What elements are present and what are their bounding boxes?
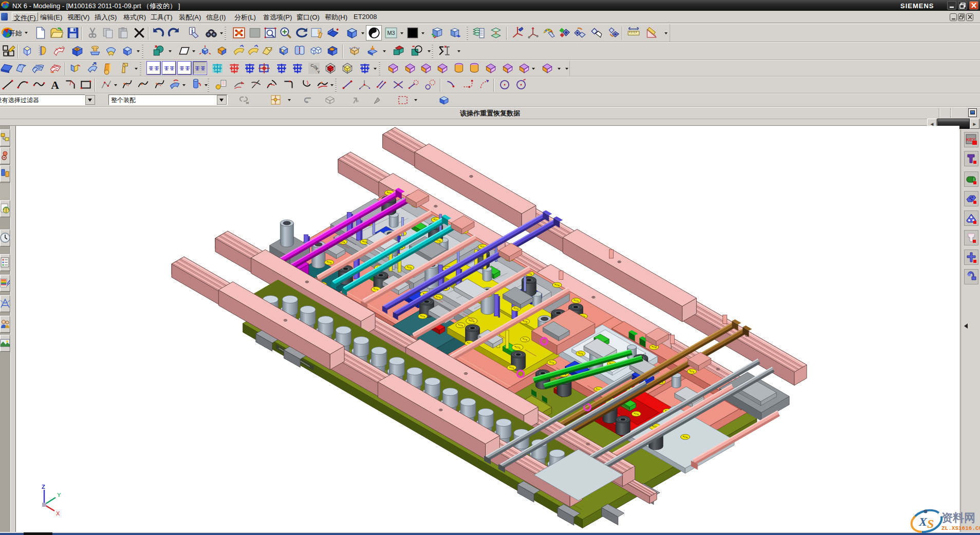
svg-text:M3: M3 [387,30,395,36]
svg-text:A: A [51,79,59,91]
svg-text:Y: Y [318,70,320,74]
